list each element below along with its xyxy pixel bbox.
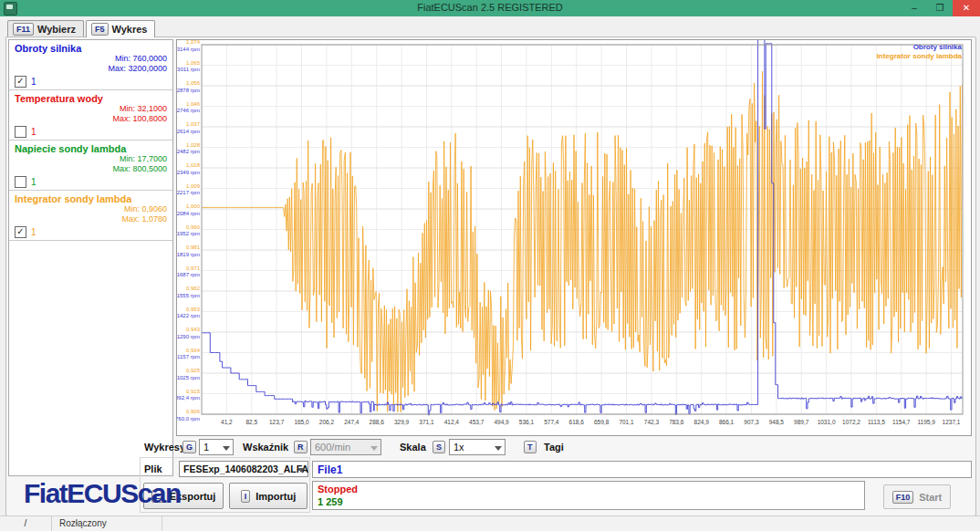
x-tick-label: 165,0: [294, 419, 309, 425]
chart-plot[interactable]: 41,282,5123,7165,0206,2247,4288,6329,937…: [177, 40, 969, 433]
signal-entry: Temperatura wodyMin: 32,1000Max: 100,800…: [9, 90, 172, 141]
signal-minmax: Min: 0,9060Max: 1,0780: [15, 204, 167, 224]
x-tick-label: 329,9: [394, 419, 410, 425]
y-tick-integrator: 0,981: [186, 245, 201, 250]
status-bar: / Rozłączony: [0, 515, 980, 531]
restore-button[interactable]: ❐: [927, 0, 953, 16]
plik-dropdown[interactable]: FESExp_1406082203_ALFA: [179, 461, 308, 477]
y-tick-integrator: 0,934: [186, 348, 201, 353]
x-tick-label: 948,5: [769, 419, 785, 425]
skala-label: Skala: [400, 442, 426, 453]
x-tick-label: 247,4: [344, 419, 360, 425]
skala-key-button[interactable]: S: [433, 441, 445, 453]
wykresy-dropdown[interactable]: 1: [199, 439, 234, 455]
y-tick-rpm: 2217 rpm: [177, 190, 200, 195]
tagi-key-button[interactable]: T: [524, 441, 537, 453]
signal-sidebar: Obroty silnikaMin: 760,0000Max: 3200,000…: [8, 39, 173, 476]
x-tick-label: 866,1: [719, 419, 735, 425]
importuj-label: Importuj: [255, 491, 296, 502]
y-tick-rpm: 2614 rpm: [177, 129, 200, 134]
wykresy-dropdown-value: 1: [203, 442, 209, 453]
signal-entry: Obroty silnikaMin: 760,0000Max: 3200,000…: [9, 40, 172, 90]
signal-name: Napiecie sondy lambda: [15, 143, 167, 154]
signal-entry: Napiecie sondy lambdaMin: 17,7000Max: 80…: [9, 141, 172, 191]
status-text: Stopped: [318, 483, 860, 495]
y-tick-rpm: 1290 rpm: [177, 334, 200, 339]
tab-wybierz[interactable]: F11 Wybierz: [7, 20, 84, 37]
y-tick-rpm: 2878 rpm: [177, 88, 200, 93]
y-tick-integrator: 1,065: [186, 60, 201, 66]
y-tick-integrator: 1,009: [186, 183, 201, 189]
legend-item: Obroty silnika: [877, 43, 962, 52]
signal-minmax: Min: 32,1000Max: 100,8000: [15, 104, 167, 124]
y-tick-rpm: 1819 rpm: [177, 252, 200, 257]
signal-min: Min: 760,0000: [15, 54, 167, 64]
y-tick-rpm: 892,4 rpm: [177, 395, 200, 401]
x-tick-label: 536,1: [519, 419, 535, 425]
chevron-down-icon: [495, 446, 502, 451]
signal-minmax: Min: 760,0000Max: 3200,0000: [15, 54, 167, 74]
statusbar-cell-1: /: [0, 516, 52, 531]
x-tick-label: 701,1: [619, 419, 634, 425]
signal-channel: 1: [31, 177, 36, 187]
x-tick-label: 1113,5: [868, 419, 885, 425]
y-tick-rpm: 2746 rpm: [177, 108, 200, 113]
file-name-field[interactable]: File1: [312, 461, 972, 478]
start-label: Start: [919, 492, 942, 503]
x-tick-label: 1154,7: [892, 419, 911, 425]
signal-checkbox[interactable]: [15, 126, 26, 138]
chevron-down-icon: [223, 446, 230, 451]
connection-status: Rozłączony: [52, 516, 162, 531]
plik-label: Plik: [144, 463, 162, 474]
app-window: FiatECUScan 2.5 REGISTERED – ❐ ✕ F11 Wyb…: [0, 0, 980, 531]
signal-max: Max: 3200,0000: [15, 64, 167, 74]
tab-wybierz-label: Wybierz: [37, 24, 76, 35]
signal-checkbox[interactable]: ✓: [15, 226, 26, 238]
start-button[interactable]: F10 Start: [883, 484, 951, 509]
wskaznik-dropdown-value: 600/min: [315, 442, 350, 453]
y-tick-integrator: 0,990: [186, 224, 201, 230]
minimize-button[interactable]: –: [902, 0, 927, 16]
signal-minmax: Min: 17,7000Max: 800,5000: [15, 154, 167, 174]
chevron-down-icon: [370, 446, 378, 451]
x-tick-label: 577,4: [544, 419, 559, 425]
x-tick-label: 1237,1: [943, 419, 961, 425]
x-tick-label: 989,7: [794, 419, 809, 425]
y-tick-integrator: 0,915: [186, 389, 201, 394]
tab-wykres[interactable]: F5 Wykres: [86, 20, 155, 37]
x-tick-label: 1195,9: [917, 419, 935, 425]
tab-bar: F11 Wybierz F5 Wykres: [7, 20, 155, 37]
y-tick-rpm: 1687 rpm: [177, 272, 200, 277]
wykresy-key-button[interactable]: G: [182, 441, 196, 453]
skala-dropdown[interactable]: 1x: [449, 439, 506, 455]
signal-entry: Integrator sondy lambdaMin: 0,9060Max: 1…: [9, 191, 172, 241]
importuj-button[interactable]: I Importuj: [229, 483, 308, 509]
signal-max: Max: 800,5000: [15, 164, 167, 174]
y-tick-rpm: 1025 rpm: [177, 375, 200, 380]
y-tick-rpm: 3011 rpm: [177, 67, 200, 72]
wskaznik-key-button[interactable]: R: [294, 441, 308, 453]
signal-max: Max: 100,8000: [15, 114, 167, 124]
y-tick-integrator: 1,056: [186, 80, 201, 86]
window-title: FiatECUScan 2.5 REGISTERED: [0, 2, 980, 13]
y-tick-rpm: 1157 rpm: [177, 354, 200, 359]
tagi-label: Tagi: [544, 442, 564, 453]
signal-name: Temperatura wody: [15, 93, 167, 104]
signal-channel: 1: [31, 127, 36, 137]
wskaznik-dropdown[interactable]: 600/min: [310, 439, 381, 455]
y-tick-integrator: 1,046: [186, 101, 201, 107]
x-tick-label: 742,3: [644, 419, 660, 425]
x-tick-label: 41,2: [221, 419, 233, 425]
chart-area[interactable]: Obroty silnikaIntegrator sondy lambda 41…: [176, 39, 972, 436]
tab-wykres-key: F5: [91, 23, 109, 36]
y-tick-integrator: 1,037: [186, 121, 201, 127]
close-button[interactable]: ✕: [953, 0, 980, 16]
x-tick-label: 412,4: [444, 419, 460, 425]
signal-checkbox[interactable]: ✓: [15, 76, 26, 88]
plik-dropdown-value: FESExp_1406082203_ALFA: [183, 463, 308, 474]
y-tick-integrator: 1,028: [186, 142, 201, 148]
x-tick-label: 371,1: [419, 419, 434, 425]
signal-checkbox[interactable]: [15, 176, 26, 188]
signal-min: Min: 0,9060: [15, 204, 167, 214]
y-tick-rpm: 1555 rpm: [177, 293, 200, 298]
